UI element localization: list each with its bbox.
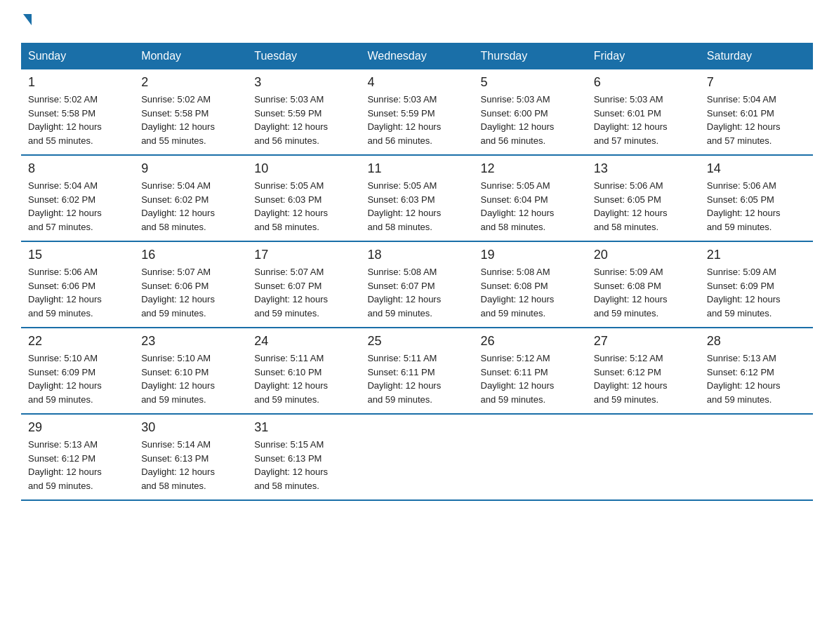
day-info: Sunrise: 5:15 AM Sunset: 6:13 PM Dayligh… [254,438,353,492]
day-cell: 17 Sunrise: 5:07 AM Sunset: 6:07 PM Dayl… [247,241,360,328]
day-number: 20 [594,248,693,262]
day-info: Sunrise: 5:07 AM Sunset: 6:07 PM Dayligh… [254,265,353,320]
day-cell: 2 Sunrise: 5:02 AM Sunset: 5:58 PM Dayli… [134,69,247,155]
day-number: 24 [254,334,353,349]
day-cell: 12 Sunrise: 5:05 AM Sunset: 6:04 PM Dayl… [474,155,587,241]
day-info: Sunrise: 5:12 AM Sunset: 6:12 PM Dayligh… [594,351,693,406]
day-cell: 19 Sunrise: 5:08 AM Sunset: 6:08 PM Dayl… [474,241,587,328]
day-number: 14 [707,161,806,176]
weekday-header-monday: Monday [134,43,247,69]
day-info: Sunrise: 5:11 AM Sunset: 6:10 PM Dayligh… [254,351,353,406]
weekday-header-saturday: Saturday [700,43,813,69]
day-number: 12 [481,161,580,176]
week-row-1: 1 Sunrise: 5:02 AM Sunset: 5:58 PM Dayli… [21,69,813,155]
day-number: 21 [707,248,806,262]
day-cell: 13 Sunrise: 5:06 AM Sunset: 6:05 PM Dayl… [587,155,700,241]
day-number: 29 [28,420,127,435]
day-number: 19 [481,248,580,262]
day-number: 22 [28,334,127,349]
day-number: 7 [707,75,806,90]
weekday-header-friday: Friday [587,43,700,69]
day-number: 13 [594,161,693,176]
day-info: Sunrise: 5:05 AM Sunset: 6:03 PM Dayligh… [254,179,353,234]
day-number: 18 [367,248,466,262]
day-info: Sunrise: 5:03 AM Sunset: 5:59 PM Dayligh… [254,93,353,147]
day-info: Sunrise: 5:03 AM Sunset: 6:00 PM Dayligh… [481,93,580,147]
day-number: 28 [707,334,806,349]
day-number: 31 [254,420,353,435]
day-info: Sunrise: 5:09 AM Sunset: 6:08 PM Dayligh… [594,265,693,320]
week-row-3: 15 Sunrise: 5:06 AM Sunset: 6:06 PM Dayl… [21,241,813,328]
logo-triangle-icon [23,14,32,25]
day-info: Sunrise: 5:03 AM Sunset: 5:59 PM Dayligh… [367,93,466,147]
day-cell: 26 Sunrise: 5:12 AM Sunset: 6:11 PM Dayl… [474,328,587,414]
day-cell: 14 Sunrise: 5:06 AM Sunset: 6:05 PM Dayl… [700,155,813,241]
day-cell: 24 Sunrise: 5:11 AM Sunset: 6:10 PM Dayl… [247,328,360,414]
day-info: Sunrise: 5:12 AM Sunset: 6:11 PM Dayligh… [481,351,580,406]
week-row-4: 22 Sunrise: 5:10 AM Sunset: 6:09 PM Dayl… [21,328,813,414]
day-cell: 27 Sunrise: 5:12 AM Sunset: 6:12 PM Dayl… [587,328,700,414]
day-cell: 5 Sunrise: 5:03 AM Sunset: 6:00 PM Dayli… [474,69,587,155]
day-number: 5 [481,75,580,90]
day-cell: 31 Sunrise: 5:15 AM Sunset: 6:13 PM Dayl… [247,414,360,500]
day-number: 3 [254,75,353,90]
day-number: 1 [28,75,127,90]
day-number: 30 [141,420,240,435]
page-header [21,14,813,30]
day-info: Sunrise: 5:05 AM Sunset: 6:03 PM Dayligh… [367,179,466,234]
day-cell: 1 Sunrise: 5:02 AM Sunset: 5:58 PM Dayli… [21,69,134,155]
day-cell: 10 Sunrise: 5:05 AM Sunset: 6:03 PM Dayl… [247,155,360,241]
day-cell: 3 Sunrise: 5:03 AM Sunset: 5:59 PM Dayli… [247,69,360,155]
day-info: Sunrise: 5:02 AM Sunset: 5:58 PM Dayligh… [141,93,240,147]
day-cell [474,414,587,500]
day-info: Sunrise: 5:02 AM Sunset: 5:58 PM Dayligh… [28,93,127,147]
day-info: Sunrise: 5:04 AM Sunset: 6:01 PM Dayligh… [707,93,806,147]
day-info: Sunrise: 5:06 AM Sunset: 6:05 PM Dayligh… [707,179,806,234]
day-cell: 8 Sunrise: 5:04 AM Sunset: 6:02 PM Dayli… [21,155,134,241]
day-cell: 11 Sunrise: 5:05 AM Sunset: 6:03 PM Dayl… [360,155,473,241]
day-cell: 21 Sunrise: 5:09 AM Sunset: 6:09 PM Dayl… [700,241,813,328]
day-number: 9 [141,161,240,176]
day-number: 16 [141,248,240,262]
day-info: Sunrise: 5:06 AM Sunset: 6:05 PM Dayligh… [594,179,693,234]
day-number: 6 [594,75,693,90]
day-number: 15 [28,248,127,262]
day-info: Sunrise: 5:03 AM Sunset: 6:01 PM Dayligh… [594,93,693,147]
day-info: Sunrise: 5:06 AM Sunset: 6:06 PM Dayligh… [28,265,127,320]
day-cell: 20 Sunrise: 5:09 AM Sunset: 6:08 PM Dayl… [587,241,700,328]
day-info: Sunrise: 5:08 AM Sunset: 6:07 PM Dayligh… [367,265,466,320]
day-number: 25 [367,334,466,349]
day-info: Sunrise: 5:08 AM Sunset: 6:08 PM Dayligh… [481,265,580,320]
day-number: 4 [367,75,466,90]
weekday-header-wednesday: Wednesday [360,43,473,69]
day-info: Sunrise: 5:09 AM Sunset: 6:09 PM Dayligh… [707,265,806,320]
day-cell: 7 Sunrise: 5:04 AM Sunset: 6:01 PM Dayli… [700,69,813,155]
day-info: Sunrise: 5:13 AM Sunset: 6:12 PM Dayligh… [707,351,806,406]
day-cell: 15 Sunrise: 5:06 AM Sunset: 6:06 PM Dayl… [21,241,134,328]
day-cell: 6 Sunrise: 5:03 AM Sunset: 6:01 PM Dayli… [587,69,700,155]
day-cell: 16 Sunrise: 5:07 AM Sunset: 6:06 PM Dayl… [134,241,247,328]
day-cell [700,414,813,500]
day-number: 8 [28,161,127,176]
day-info: Sunrise: 5:11 AM Sunset: 6:11 PM Dayligh… [367,351,466,406]
day-number: 23 [141,334,240,349]
day-cell: 22 Sunrise: 5:10 AM Sunset: 6:09 PM Dayl… [21,328,134,414]
day-cell: 30 Sunrise: 5:14 AM Sunset: 6:13 PM Dayl… [134,414,247,500]
weekday-header-sunday: Sunday [21,43,134,69]
day-cell: 4 Sunrise: 5:03 AM Sunset: 5:59 PM Dayli… [360,69,473,155]
day-cell: 23 Sunrise: 5:10 AM Sunset: 6:10 PM Dayl… [134,328,247,414]
day-cell: 29 Sunrise: 5:13 AM Sunset: 6:12 PM Dayl… [21,414,134,500]
day-cell: 28 Sunrise: 5:13 AM Sunset: 6:12 PM Dayl… [700,328,813,414]
day-info: Sunrise: 5:14 AM Sunset: 6:13 PM Dayligh… [141,438,240,492]
day-info: Sunrise: 5:04 AM Sunset: 6:02 PM Dayligh… [141,179,240,234]
day-cell [587,414,700,500]
day-number: 10 [254,161,353,176]
day-info: Sunrise: 5:05 AM Sunset: 6:04 PM Dayligh… [481,179,580,234]
weekday-header-row: SundayMondayTuesdayWednesdayThursdayFrid… [21,43,813,69]
day-cell [360,414,473,500]
day-cell: 18 Sunrise: 5:08 AM Sunset: 6:07 PM Dayl… [360,241,473,328]
week-row-2: 8 Sunrise: 5:04 AM Sunset: 6:02 PM Dayli… [21,155,813,241]
day-info: Sunrise: 5:04 AM Sunset: 6:02 PM Dayligh… [28,179,127,234]
day-info: Sunrise: 5:10 AM Sunset: 6:10 PM Dayligh… [141,351,240,406]
weekday-header-tuesday: Tuesday [247,43,360,69]
